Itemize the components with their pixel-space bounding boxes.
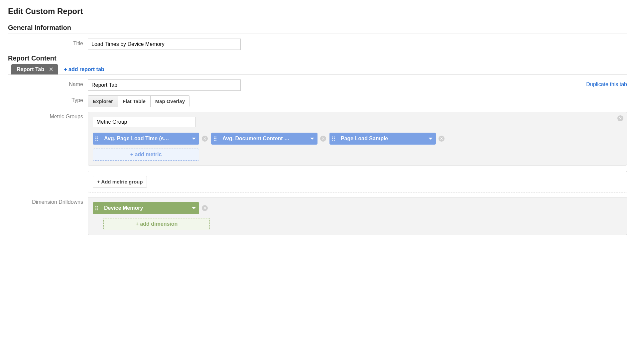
- metric-chip-label: Avg. Document Content …: [222, 136, 307, 142]
- add-report-tab-button[interactable]: + add report tab: [64, 66, 104, 72]
- chevron-down-icon: [192, 207, 196, 209]
- metric-chip[interactable]: Avg. Page Load Time (s…: [93, 133, 199, 145]
- dimension-drilldowns-panel: Device Memory ✕ + add dimension: [88, 197, 627, 235]
- dimension-chip[interactable]: Device Memory: [93, 202, 199, 214]
- metric-chip-label: Page Load Sample: [341, 136, 425, 142]
- add-metric-button[interactable]: + add metric: [93, 149, 199, 161]
- remove-metric-icon[interactable]: ✕: [439, 136, 444, 142]
- drag-handle-icon[interactable]: [214, 137, 216, 141]
- report-tab-label: Report Tab: [17, 66, 44, 72]
- section-report-content: Report Content: [8, 55, 627, 62]
- title-label: Title: [8, 39, 88, 47]
- title-input[interactable]: [88, 39, 241, 50]
- report-tab-active[interactable]: Report Tab ✕: [11, 64, 58, 74]
- metric-group-panel: ✕ Avg. Page Load Time (s… ✕: [88, 112, 627, 166]
- chevron-down-icon: [192, 138, 196, 140]
- page-title: Edit Custom Report: [8, 7, 627, 16]
- metric-group-name-input[interactable]: [93, 117, 196, 127]
- add-dimension-button[interactable]: + add dimension: [103, 218, 210, 230]
- metric-chip[interactable]: Page Load Sample: [329, 133, 436, 145]
- drag-handle-icon[interactable]: [95, 206, 98, 210]
- metric-groups-label: Metric Groups: [8, 112, 88, 120]
- close-icon[interactable]: ✕: [48, 66, 55, 72]
- type-label: Type: [8, 95, 88, 103]
- add-metric-group-button[interactable]: + Add metric group: [93, 176, 147, 187]
- metric-chip[interactable]: Avg. Document Content …: [211, 133, 318, 145]
- metric-chip-label: Avg. Page Load Time (s…: [104, 136, 189, 142]
- chevron-down-icon: [310, 138, 314, 140]
- type-option-explorer[interactable]: Explorer: [88, 95, 118, 107]
- chevron-down-icon: [429, 138, 433, 140]
- dimension-chip-label: Device Memory: [104, 205, 189, 211]
- remove-metric-group-icon[interactable]: ✕: [617, 115, 623, 121]
- type-button-group: Explorer Flat Table Map Overlay: [88, 95, 190, 107]
- duplicate-tab-link[interactable]: Duplicate this tab: [586, 81, 627, 87]
- drag-handle-icon[interactable]: [95, 137, 98, 141]
- type-option-flat-table[interactable]: Flat Table: [118, 95, 151, 107]
- type-option-map-overlay[interactable]: Map Overlay: [151, 95, 190, 107]
- name-input[interactable]: [88, 79, 241, 91]
- remove-metric-icon[interactable]: ✕: [320, 136, 326, 142]
- dimension-drilldowns-label: Dimension Drilldowns: [8, 197, 88, 205]
- remove-metric-icon[interactable]: ✕: [202, 136, 208, 142]
- remove-dimension-icon[interactable]: ✕: [202, 205, 208, 211]
- name-label: Name: [8, 79, 88, 87]
- section-general-information: General Information: [8, 24, 627, 32]
- drag-handle-icon[interactable]: [332, 137, 335, 141]
- add-metric-group-area: + Add metric group: [88, 171, 627, 192]
